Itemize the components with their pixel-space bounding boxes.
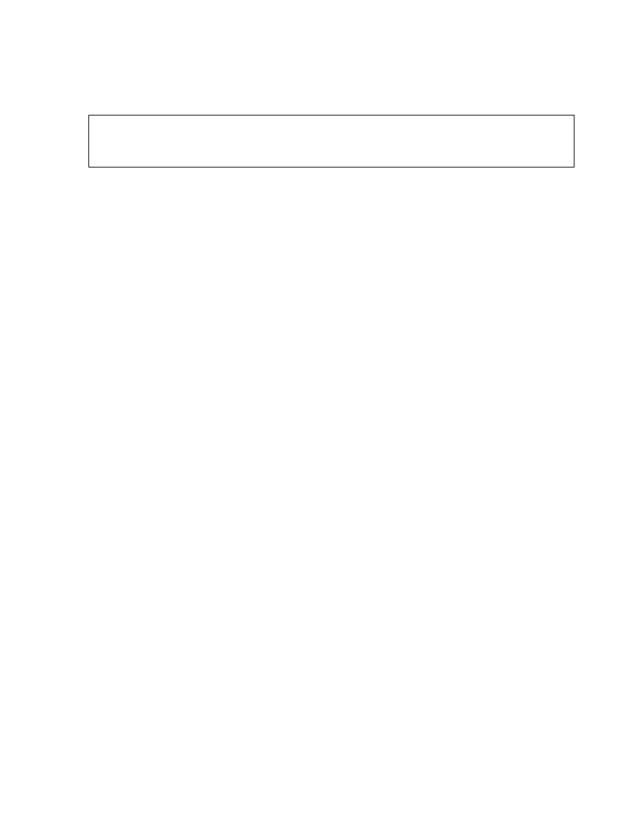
empty-box bbox=[88, 115, 574, 167]
